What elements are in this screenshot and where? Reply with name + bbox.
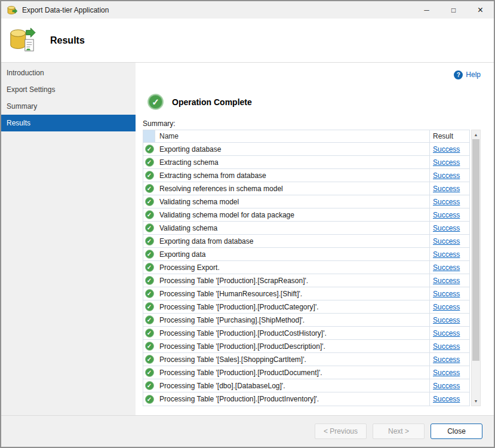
scroll-up-arrow-icon[interactable]: ▲ [472,130,480,139]
table-row[interactable]: ✓ Exporting data from database Success [143,235,469,248]
row-status-cell: ✓ [143,300,155,313]
next-button[interactable]: Next > [373,424,425,439]
scroll-down-arrow-icon[interactable]: ▼ [472,397,480,406]
close-window-button[interactable]: × [467,1,494,19]
row-result-cell: Success [430,143,469,155]
results-rows: ✓ Exporting database Success ✓ Extractin… [143,143,469,406]
table-row[interactable]: ✓ Processing Table '[HumanResources].[Sh… [143,287,469,300]
table-row[interactable]: ✓ Exporting data Success [143,248,469,261]
row-name: Extracting schema from database [155,169,430,182]
row-name: Exporting database [155,143,430,155]
row-status-cell: ✓ [143,169,155,182]
previous-button[interactable]: < Previous [315,424,367,439]
row-result-link[interactable]: Success [433,382,460,390]
scrollbar-track[interactable] [472,139,480,397]
success-check-icon: ✓ [145,184,154,193]
row-result-link[interactable]: Success [433,316,460,324]
row-status-cell: ✓ [143,314,155,326]
success-check-icon: ✓ [145,276,154,285]
row-name: Processing Table '[Production].[ProductI… [155,392,430,406]
title-bar[interactable]: Export Data-tier Application ─ □ × [1,1,494,19]
minimize-button[interactable]: ─ [413,1,440,19]
row-name: Processing Table '[HumanResources].[Shif… [155,287,430,300]
operation-complete-icon: ✓ [147,94,164,110]
table-row[interactable]: ✓ Processing Table '[Production].[Produc… [143,327,469,340]
row-result-link[interactable]: Success [433,224,460,232]
table-row[interactable]: ✓ Extracting schema from database Succes… [143,169,469,182]
row-result-link[interactable]: Success [433,329,460,337]
row-result-link[interactable]: Success [433,277,460,285]
success-check-icon: ✓ [145,329,154,337]
table-row[interactable]: ✓ Processing Table '[Sales].[ShoppingCar… [143,353,469,366]
help-link[interactable]: Help [466,70,481,79]
row-result-cell: Success [430,195,469,208]
row-result-cell: Success [430,287,469,300]
row-result-link[interactable]: Success [433,171,460,180]
row-result-link[interactable]: Success [433,211,460,219]
table-row[interactable]: ✓ Processing Table '[Production].[Produc… [143,300,469,314]
row-result-link[interactable]: Success [433,355,460,364]
table-row[interactable]: ✓ Processing Table '[Production].[ScrapR… [143,274,469,287]
row-result-cell: Success [430,222,469,234]
row-status-cell: ✓ [143,274,155,287]
table-row[interactable]: ✓ Processing Table '[Production].[Produc… [143,392,469,406]
row-status-cell: ✓ [143,379,155,392]
help-icon[interactable]: ? [454,70,463,79]
row-result-link[interactable]: Success [433,250,460,259]
row-result-link[interactable]: Success [433,158,460,167]
row-status-cell: ✓ [143,195,155,208]
row-name: Processing Table '[dbo].[DatabaseLog]'. [155,379,430,392]
table-row[interactable]: ✓ Processing Table '[Production].[Produc… [143,366,469,379]
page-title: Results [50,35,85,46]
maximize-button[interactable]: □ [440,1,467,19]
row-result-link[interactable]: Success [433,290,460,298]
summary-label: Summary: [143,119,481,128]
table-row[interactable]: ✓ Processing Table '[Production].[Produc… [143,340,469,353]
row-result-cell: Success [430,314,469,326]
table-row[interactable]: ✓ Validating schema model for data packa… [143,208,469,222]
sidebar-item-summary[interactable]: Summary [1,98,136,115]
row-result-link[interactable]: Success [433,342,460,351]
row-result-cell: Success [430,235,469,247]
table-vertical-scrollbar[interactable]: ▲ ▼ [471,130,481,406]
wizard-steps-sidebar: Introduction Export Settings Summary Res… [1,63,136,415]
row-result-link[interactable]: Success [433,237,460,246]
table-row[interactable]: ✓ Extracting schema Success [143,156,469,169]
row-result-cell: Success [430,208,469,221]
wizard-footer: < Previous Next > Close [1,415,494,447]
row-result-link[interactable]: Success [433,395,460,403]
row-status-cell: ✓ [143,327,155,339]
scrollbar-thumb[interactable] [472,139,479,361]
success-check-icon: ✓ [145,355,154,364]
row-status-cell: ✓ [143,340,155,352]
table-row[interactable]: ✓ Processing Export. Success [143,261,469,274]
name-column-header: Name [155,130,430,142]
row-result-link[interactable]: Success [433,185,460,193]
row-name: Processing Table '[Purchasing].[ShipMeth… [155,314,430,326]
row-result-cell: Success [430,274,469,287]
row-result-link[interactable]: Success [433,198,460,206]
table-row[interactable]: ✓ Exporting database Success [143,143,469,156]
table-row[interactable]: ✓ Processing Table '[dbo].[DatabaseLog]'… [143,379,469,392]
minimize-icon: ─ [424,6,429,14]
table-row[interactable]: ✓ Validating schema model Success [143,195,469,208]
row-status-cell: ✓ [143,261,155,274]
status-column-header [143,130,155,142]
table-row[interactable]: ✓ Resolving references in schema model S… [143,182,469,195]
sidebar-item-export-settings[interactable]: Export Settings [1,81,136,98]
success-check-icon: ✓ [145,250,154,259]
table-row[interactable]: ✓ Processing Table '[Purchasing].[ShipMe… [143,314,469,327]
row-result-cell: Success [430,366,469,379]
row-result-link[interactable]: Success [433,145,460,154]
sidebar-item-introduction[interactable]: Introduction [1,65,136,81]
row-result-link[interactable]: Success [433,263,460,272]
row-result-cell: Success [430,248,469,260]
row-result-link[interactable]: Success [433,369,460,377]
close-button[interactable]: Close [431,424,482,439]
sidebar-item-results[interactable]: Results [1,115,136,131]
row-name: Processing Table '[Production].[ProductC… [155,327,430,339]
row-result-link[interactable]: Success [433,303,460,311]
export-dacpac-icon [8,27,36,54]
table-row[interactable]: ✓ Validating schema Success [143,222,469,235]
row-name: Validating schema [155,222,430,234]
